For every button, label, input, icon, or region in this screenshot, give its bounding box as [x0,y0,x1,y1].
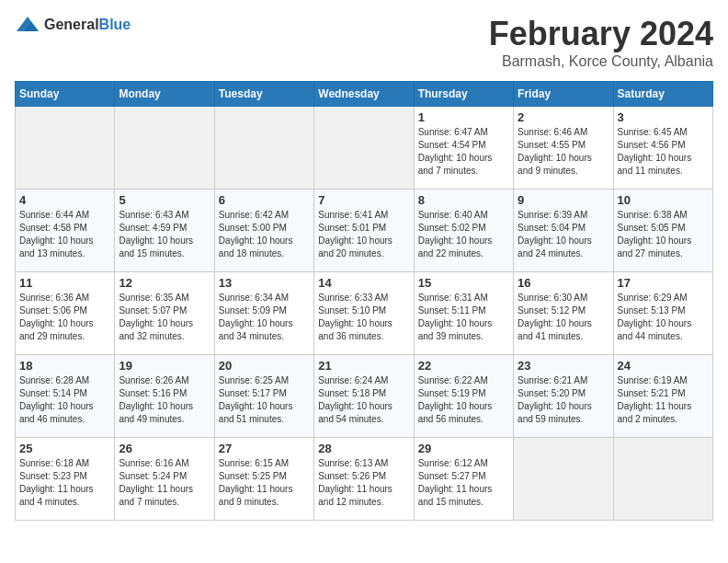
day-number: 13 [219,276,310,290]
day-info: Sunrise: 6:39 AM Sunset: 5:04 PM Dayligh… [518,209,609,260]
logo-blue: Blue [99,17,131,32]
calendar-week-row: 1Sunrise: 6:47 AM Sunset: 4:54 PM Daylig… [16,107,713,190]
calendar-cell: 24Sunrise: 6:19 AM Sunset: 5:21 PM Dayli… [613,355,712,438]
day-info: Sunrise: 6:24 AM Sunset: 5:18 PM Dayligh… [318,374,409,426]
day-info: Sunrise: 6:21 AM Sunset: 5:20 PM Dayligh… [518,374,609,426]
day-info: Sunrise: 6:15 AM Sunset: 5:25 PM Dayligh… [219,457,310,509]
day-info: Sunrise: 6:18 AM Sunset: 5:23 PM Dayligh… [19,457,110,509]
calendar-cell: 5Sunrise: 6:43 AM Sunset: 4:59 PM Daylig… [115,190,214,272]
calendar-cell: 18Sunrise: 6:28 AM Sunset: 5:14 PM Dayli… [16,355,115,438]
calendar-cell: 22Sunrise: 6:22 AM Sunset: 5:19 PM Dayli… [414,355,513,438]
calendar-cell: 26Sunrise: 6:16 AM Sunset: 5:24 PM Dayli… [115,438,214,521]
weekday-header-wednesday: Wednesday [314,82,414,107]
calendar-cell [514,438,613,521]
calendar-cell: 29Sunrise: 6:12 AM Sunset: 5:27 PM Dayli… [414,438,513,521]
weekday-header-friday: Friday [514,82,613,107]
calendar-cell: 7Sunrise: 6:41 AM Sunset: 5:01 PM Daylig… [314,190,414,272]
calendar-cell: 1Sunrise: 6:47 AM Sunset: 4:54 PM Daylig… [414,107,513,190]
calendar-cell: 9Sunrise: 6:39 AM Sunset: 5:04 PM Daylig… [514,190,613,272]
day-number: 10 [618,193,709,207]
day-info: Sunrise: 6:36 AM Sunset: 5:06 PM Dayligh… [19,292,110,343]
calendar-cell: 16Sunrise: 6:30 AM Sunset: 5:12 PM Dayli… [514,272,613,355]
header: GeneralBlue February 2024 Barmash, Korce… [15,15,713,70]
calendar-cell: 27Sunrise: 6:15 AM Sunset: 5:25 PM Dayli… [214,438,313,521]
day-number: 7 [318,193,409,207]
calendar-cell: 2Sunrise: 6:46 AM Sunset: 4:55 PM Daylig… [514,107,613,190]
day-info: Sunrise: 6:35 AM Sunset: 5:07 PM Dayligh… [119,292,210,343]
calendar-cell: 4Sunrise: 6:44 AM Sunset: 4:58 PM Daylig… [16,190,115,272]
day-number: 19 [119,359,210,373]
day-number: 20 [219,359,310,373]
day-info: Sunrise: 6:25 AM Sunset: 5:17 PM Dayligh… [219,374,310,426]
day-info: Sunrise: 6:47 AM Sunset: 4:54 PM Dayligh… [418,126,509,178]
day-number: 4 [19,193,110,207]
day-number: 1 [418,110,509,124]
calendar-week-row: 4Sunrise: 6:44 AM Sunset: 4:58 PM Daylig… [16,190,713,272]
day-number: 14 [318,276,409,290]
calendar-week-row: 25Sunrise: 6:18 AM Sunset: 5:23 PM Dayli… [16,438,713,521]
day-info: Sunrise: 6:29 AM Sunset: 5:13 PM Dayligh… [618,292,709,343]
day-info: Sunrise: 6:42 AM Sunset: 5:00 PM Dayligh… [219,209,310,260]
day-number: 11 [19,276,110,290]
day-number: 17 [618,276,709,290]
day-number: 23 [518,359,609,373]
day-info: Sunrise: 6:38 AM Sunset: 5:05 PM Dayligh… [618,209,709,260]
weekday-header-row: SundayMondayTuesdayWednesdayThursdayFrid… [16,82,713,107]
weekday-header-saturday: Saturday [613,82,712,107]
logo-icon [15,15,40,35]
day-number: 5 [119,193,210,207]
day-number: 24 [618,359,709,373]
day-info: Sunrise: 6:22 AM Sunset: 5:19 PM Dayligh… [418,374,509,426]
day-number: 18 [19,359,110,373]
day-number: 29 [418,442,509,455]
calendar-cell [314,107,414,190]
calendar-week-row: 18Sunrise: 6:28 AM Sunset: 5:14 PM Dayli… [16,355,713,438]
day-number: 3 [618,110,709,124]
day-info: Sunrise: 6:43 AM Sunset: 4:59 PM Dayligh… [119,209,210,260]
day-info: Sunrise: 6:45 AM Sunset: 4:56 PM Dayligh… [618,126,709,178]
day-number: 6 [219,193,310,207]
calendar-cell: 21Sunrise: 6:24 AM Sunset: 5:18 PM Dayli… [314,355,414,438]
day-number: 9 [518,193,609,207]
calendar-cell: 20Sunrise: 6:25 AM Sunset: 5:17 PM Dayli… [214,355,313,438]
calendar-cell: 28Sunrise: 6:13 AM Sunset: 5:26 PM Dayli… [314,438,414,521]
day-number: 28 [318,442,409,455]
title-area: February 2024 Barmash, Korce County, Alb… [489,15,713,70]
day-number: 15 [418,276,509,290]
day-number: 2 [518,110,609,124]
day-number: 22 [418,359,509,373]
logo-general: General [44,17,99,32]
day-info: Sunrise: 6:46 AM Sunset: 4:55 PM Dayligh… [518,126,609,178]
calendar-cell: 8Sunrise: 6:40 AM Sunset: 5:02 PM Daylig… [414,190,513,272]
day-number: 8 [418,193,509,207]
logo: GeneralBlue [15,15,131,35]
day-number: 21 [318,359,409,373]
calendar-cell: 25Sunrise: 6:18 AM Sunset: 5:23 PM Dayli… [16,438,115,521]
day-info: Sunrise: 6:28 AM Sunset: 5:14 PM Dayligh… [19,374,110,426]
day-number: 25 [19,442,110,455]
calendar-cell: 17Sunrise: 6:29 AM Sunset: 5:13 PM Dayli… [613,272,712,355]
day-number: 12 [119,276,210,290]
subtitle: Barmash, Korce County, Albania [489,53,713,70]
main-title: February 2024 [489,15,713,53]
weekday-header-tuesday: Tuesday [214,82,313,107]
calendar-cell [115,107,214,190]
day-info: Sunrise: 6:44 AM Sunset: 4:58 PM Dayligh… [19,209,110,260]
calendar-cell: 15Sunrise: 6:31 AM Sunset: 5:11 PM Dayli… [414,272,513,355]
calendar-cell: 12Sunrise: 6:35 AM Sunset: 5:07 PM Dayli… [115,272,214,355]
day-number: 26 [119,442,210,455]
calendar-cell [613,438,712,521]
calendar-cell: 19Sunrise: 6:26 AM Sunset: 5:16 PM Dayli… [115,355,214,438]
weekday-header-thursday: Thursday [414,82,513,107]
day-info: Sunrise: 6:30 AM Sunset: 5:12 PM Dayligh… [518,292,609,343]
day-info: Sunrise: 6:33 AM Sunset: 5:10 PM Dayligh… [318,292,409,343]
day-info: Sunrise: 6:12 AM Sunset: 5:27 PM Dayligh… [418,457,509,509]
day-number: 16 [518,276,609,290]
calendar-cell: 14Sunrise: 6:33 AM Sunset: 5:10 PM Dayli… [314,272,414,355]
calendar-cell: 11Sunrise: 6:36 AM Sunset: 5:06 PM Dayli… [16,272,115,355]
calendar-cell: 3Sunrise: 6:45 AM Sunset: 4:56 PM Daylig… [613,107,712,190]
day-info: Sunrise: 6:31 AM Sunset: 5:11 PM Dayligh… [418,292,509,343]
weekday-header-sunday: Sunday [16,82,115,107]
calendar-cell [214,107,313,190]
calendar: SundayMondayTuesdayWednesdayThursdayFrid… [15,81,713,521]
